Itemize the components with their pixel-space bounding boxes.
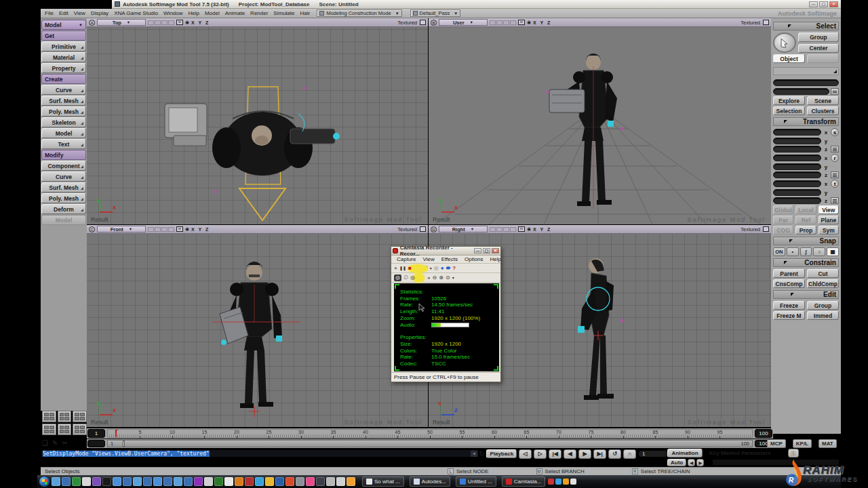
blue-dot-icon[interactable]: ● [441, 265, 444, 272]
quick-launch-icon[interactable] [326, 477, 335, 486]
menu-item[interactable]: Animate [222, 10, 248, 16]
minimize-button[interactable]: — [809, 1, 818, 7]
immed-button[interactable]: Immed [807, 311, 839, 320]
timeline-end-box[interactable]: 100 [755, 429, 772, 438]
speaker-mute-button[interactable]: ∅ [403, 274, 408, 281]
range-handle[interactable] [123, 441, 125, 447]
rotate-options-icon[interactable] [831, 171, 839, 178]
sym-button[interactable]: Sym [818, 226, 839, 235]
toolbar-item[interactable]: Surf. Mesh [41, 96, 86, 106]
camera-memo-buttons[interactable] [148, 227, 174, 232]
display-mode-label[interactable]: Textured [741, 226, 760, 232]
cnscomp-button[interactable]: CnsComp [773, 279, 805, 288]
toolbar-item[interactable]: Poly. Mesh [41, 193, 86, 203]
toolbar-item[interactable]: Curve [41, 85, 86, 95]
snap-curve-icon[interactable]: ʃ [800, 247, 812, 256]
toolbar-item[interactable]: Primitive [41, 41, 86, 52]
display-icon[interactable] [518, 20, 525, 25]
layout-button[interactable] [73, 411, 87, 422]
pen-icon[interactable]: ✎ [52, 439, 58, 447]
quick-launch-icon[interactable] [265, 477, 274, 486]
prop-button[interactable]: Prop [795, 226, 816, 235]
axis-toggle-xyz[interactable]: X Y Z [191, 227, 210, 232]
menu-item[interactable]: Window [161, 10, 185, 16]
current-frame-field[interactable]: 1 [638, 450, 668, 458]
playback-button[interactable]: Playback [486, 449, 517, 458]
cut-button[interactable]: Cut [807, 269, 839, 278]
viewport-canvas[interactable]: X Y Result Softimage Mod Tool [429, 27, 771, 224]
mat-button[interactable]: MAT [818, 439, 837, 448]
translate-y-field[interactable] [773, 189, 821, 196]
callout-icon[interactable]: ⬬ [446, 265, 450, 272]
camera-dropdown[interactable]: Front▼ [97, 226, 146, 232]
menu-item[interactable]: Display [88, 10, 111, 16]
camera-dropdown[interactable]: User▼ [439, 19, 488, 26]
quick-launch-icon[interactable] [245, 477, 254, 486]
visibility-eye-icon[interactable]: ◉ [527, 226, 531, 232]
quick-launch-icon[interactable] [174, 477, 182, 486]
menu-item[interactable]: Help [186, 10, 202, 16]
snap-circle-icon[interactable]: ○ [813, 247, 825, 256]
camtasia-menu-item[interactable]: Help [487, 256, 505, 262]
viewport-top[interactable]: A Top▼ ◉ X Y Z Textured [87, 18, 428, 224]
translate-mode-button[interactable]: t [831, 180, 839, 188]
axis-toggle-xyz[interactable]: X Y Z [191, 20, 210, 25]
task-button[interactable]: Autodes... [410, 476, 450, 487]
close-button[interactable]: ✕ [829, 1, 838, 7]
script-command-line[interactable]: SetDisplayMode "Views.ViewB.UserCamera",… [41, 449, 479, 458]
next-arrow-button[interactable]: ▶ [696, 459, 704, 466]
kpl-button[interactable]: KP/L [793, 439, 812, 448]
snap-grid-icon[interactable]: ▦ [827, 247, 839, 256]
toolbar-item[interactable]: Modify [41, 150, 86, 160]
start-button[interactable] [39, 476, 50, 487]
dropdown-icon[interactable]: ▾ [430, 265, 432, 272]
menu-item[interactable]: Render [248, 10, 271, 16]
toolbar-item[interactable]: Curve [41, 171, 86, 182]
pause-button[interactable]: ❚❚ [399, 265, 406, 272]
rotate-z-field[interactable] [773, 171, 821, 178]
toolbar-item[interactable]: Text [41, 139, 86, 149]
maximize-viewport-icon[interactable] [420, 226, 426, 232]
scene-button[interactable]: Scene [807, 96, 839, 105]
toolbar-item[interactable]: Deform [41, 204, 86, 214]
camera-memo-buttons[interactable] [490, 227, 516, 232]
scale-mode-button[interactable]: s [831, 128, 839, 136]
selection-button[interactable]: Selection [773, 106, 805, 115]
display-mode-label[interactable]: Textured [397, 226, 417, 232]
scale-y-field[interactable] [773, 138, 821, 144]
quick-launch-icon[interactable] [113, 477, 121, 486]
quick-launch-icon[interactable] [133, 477, 142, 486]
viewport-letter-badge[interactable]: D [431, 226, 437, 232]
display-icon[interactable] [176, 20, 183, 25]
display-icon[interactable] [176, 226, 183, 232]
camtasia-maximize-button[interactable]: ▢ [483, 248, 490, 253]
toolbar-item[interactable]: Skeleton [41, 117, 86, 127]
group-edit-button[interactable]: Group [807, 301, 839, 310]
prev-arrow-button[interactable]: ◀ [688, 459, 695, 466]
menu-item[interactable]: Model [202, 10, 222, 16]
translate-options-icon[interactable] [831, 197, 839, 204]
quick-launch-icon[interactable] [347, 477, 355, 486]
quick-launch-icon[interactable] [143, 477, 152, 486]
selection-field[interactable] [773, 79, 839, 86]
maximize-viewport-icon[interactable] [763, 20, 769, 25]
playhead[interactable] [115, 430, 117, 437]
auto-key-button[interactable]: Auto [667, 459, 686, 466]
clusters-button[interactable]: Clusters [807, 106, 839, 115]
range-slider[interactable]: 1 100 [107, 440, 753, 447]
viewport-canvas[interactable]: X Y Result Softimage Mod Tool [87, 27, 428, 224]
display-mode-label[interactable]: Textured [397, 20, 417, 26]
layout-button[interactable] [58, 411, 72, 422]
rotate-mode-button[interactable]: r [831, 154, 839, 162]
freeze-m-button[interactable]: Freeze M [773, 311, 805, 320]
quick-launch-icon[interactable] [72, 477, 81, 486]
translate-z-field[interactable] [773, 197, 821, 204]
display-icon[interactable] [518, 226, 525, 232]
viewport-letter-badge[interactable]: C [89, 226, 95, 232]
camtasia-title-bar[interactable]: Camtasia Recorder - Recor... — ▢ ✕ [391, 247, 500, 256]
play-button[interactable]: ▶ [578, 449, 591, 459]
quick-launch-icon[interactable] [62, 477, 71, 486]
quick-launch-icon[interactable] [214, 477, 223, 486]
help-icon[interactable]: ? [452, 265, 456, 272]
record-button[interactable]: ● [394, 265, 397, 272]
